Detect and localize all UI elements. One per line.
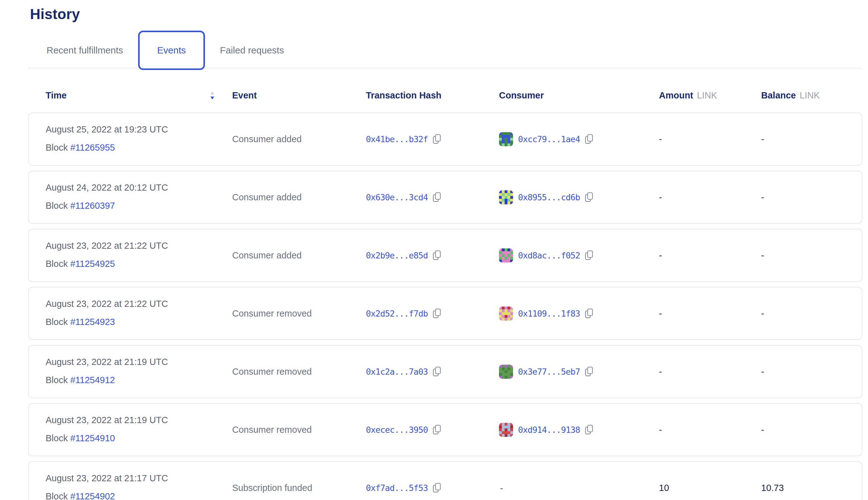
amount-value: -: [659, 366, 761, 377]
block-number-link[interactable]: #11254902: [70, 491, 115, 500]
transaction-hash-cell: 0x1c2a...7a03: [366, 366, 499, 377]
transaction-hash-cell: 0xf7ad...5f53: [366, 482, 499, 493]
event-type: Subscription funded: [232, 483, 366, 493]
block-number-link[interactable]: #11260397: [70, 201, 115, 211]
table-row: August 23, 2022 at 21:19 UTC Block #1125…: [28, 345, 863, 398]
copy-icon[interactable]: [584, 424, 594, 435]
block-label: Block: [46, 201, 68, 211]
event-date: August 23, 2022 at 21:19 UTC: [46, 414, 232, 425]
consumer-address-link[interactable]: 0x1109...1f83: [518, 309, 580, 318]
column-header-amount: Amount: [659, 90, 693, 101]
time-cell: August 25, 2022 at 19:23 UTC Block #1126…: [46, 113, 232, 165]
balance-value: -: [761, 425, 849, 435]
block-label: Block: [46, 491, 68, 500]
block-label: Block: [46, 259, 68, 269]
consumer-address-link[interactable]: 0x3e77...5eb7: [518, 367, 580, 377]
page-title: History: [30, 4, 868, 24]
event-type: Consumer added: [232, 250, 366, 261]
balance-value: 10.73: [761, 483, 849, 493]
transaction-hash-cell: 0x2b9e...e85d: [366, 250, 499, 261]
time-cell: August 23, 2022 at 21:22 UTC Block #1125…: [46, 287, 232, 339]
amount-value: -: [659, 192, 761, 203]
transaction-hash-cell: 0x41be...b32f: [366, 134, 499, 144]
copy-icon[interactable]: [432, 192, 442, 203]
balance-value: -: [761, 308, 849, 319]
event-date: August 24, 2022 at 20:12 UTC: [46, 182, 232, 193]
column-header-transaction-hash: Transaction Hash: [366, 90, 499, 101]
tab-failed-requests[interactable]: Failed requests: [217, 45, 286, 56]
consumer-address-link[interactable]: 0xcc79...1ae4: [518, 134, 580, 144]
event-date: August 23, 2022 at 21:22 UTC: [46, 298, 232, 309]
copy-icon[interactable]: [584, 250, 594, 261]
transaction-hash-cell: 0xecec...3950: [366, 424, 499, 435]
copy-icon[interactable]: [432, 134, 442, 144]
block-number-link[interactable]: #11254910: [70, 433, 115, 443]
transaction-hash-link[interactable]: 0x2d52...f7db: [366, 309, 428, 318]
block-number-link[interactable]: #11254912: [70, 375, 115, 385]
transaction-hash-link[interactable]: 0x41be...b32f: [366, 134, 428, 144]
time-cell: August 23, 2022 at 21:19 UTC Block #1125…: [46, 345, 232, 398]
table-row: August 23, 2022 at 21:17 UTC Block #1125…: [28, 461, 863, 500]
tab-bar: Recent fulfillments Events Failed reques…: [0, 27, 868, 73]
events-table: August 25, 2022 at 19:23 UTC Block #1126…: [28, 113, 863, 500]
copy-icon[interactable]: [432, 482, 442, 493]
consumer-identicon: [499, 423, 513, 437]
copy-icon[interactable]: [584, 192, 594, 203]
consumer-address-link[interactable]: 0x8955...cd6b: [518, 193, 580, 202]
consumer-cell: 0x8955...cd6b: [499, 190, 659, 204]
copy-icon[interactable]: [432, 250, 442, 261]
transaction-hash-link[interactable]: 0x2b9e...e85d: [366, 251, 428, 260]
consumer-address-link[interactable]: 0xd8ac...f052: [518, 251, 580, 260]
consumer-cell: 0x1109...1f83: [499, 307, 659, 321]
consumer-identicon: [499, 248, 513, 262]
amount-value: -: [659, 134, 761, 144]
table-row: August 23, 2022 at 21:19 UTC Block #1125…: [28, 403, 863, 456]
consumer-cell: 0xcc79...1ae4: [499, 132, 659, 146]
copy-icon[interactable]: [584, 366, 594, 377]
transaction-hash-link[interactable]: 0xecec...3950: [366, 425, 428, 435]
time-cell: August 24, 2022 at 20:12 UTC Block #1126…: [46, 171, 232, 223]
event-date: August 25, 2022 at 19:23 UTC: [46, 124, 232, 135]
tab-events[interactable]: Events: [138, 31, 205, 70]
balance-value: -: [761, 192, 849, 203]
transaction-hash-link[interactable]: 0xf7ad...5f53: [366, 483, 428, 493]
amount-unit-label: LINK: [697, 90, 717, 101]
copy-icon[interactable]: [432, 424, 442, 435]
time-cell: August 23, 2022 at 21:22 UTC Block #1125…: [46, 229, 232, 281]
block-label: Block: [46, 143, 68, 152]
time-cell: August 23, 2022 at 21:19 UTC Block #1125…: [46, 404, 232, 456]
sort-descending-icon[interactable]: [210, 91, 215, 100]
column-header-consumer: Consumer: [499, 90, 659, 101]
transaction-hash-link[interactable]: 0x1c2a...7a03: [366, 367, 428, 377]
consumer-cell: 0xd914...9138: [499, 423, 659, 437]
copy-icon[interactable]: [584, 308, 594, 319]
transaction-hash-link[interactable]: 0x630e...3cd4: [366, 193, 428, 202]
block-number-link[interactable]: #11254923: [70, 317, 115, 327]
consumer-identicon: [499, 307, 513, 321]
balance-value: -: [761, 366, 849, 377]
consumer-cell: 0x3e77...5eb7: [499, 365, 659, 379]
consumer-address-link[interactable]: 0xd914...9138: [518, 425, 580, 435]
block-label: Block: [46, 375, 68, 385]
column-header-time[interactable]: Time: [46, 90, 67, 101]
amount-value: -: [659, 250, 761, 261]
table-row: August 23, 2022 at 21:22 UTC Block #1125…: [28, 229, 863, 282]
amount-value: -: [659, 425, 761, 435]
copy-icon[interactable]: [432, 308, 442, 319]
event-type: Consumer added: [232, 134, 366, 144]
transaction-hash-cell: 0x2d52...f7db: [366, 308, 499, 319]
column-header-event: Event: [232, 90, 366, 101]
block-label: Block: [46, 433, 68, 443]
consumer-address-link: -: [499, 483, 504, 493]
block-number-link[interactable]: #11265955: [70, 143, 115, 152]
table-row: August 23, 2022 at 21:22 UTC Block #1125…: [28, 287, 863, 340]
copy-icon[interactable]: [432, 366, 442, 377]
event-date: August 23, 2022 at 21:17 UTC: [46, 473, 232, 484]
event-date: August 23, 2022 at 21:22 UTC: [46, 240, 232, 251]
transaction-hash-cell: 0x630e...3cd4: [366, 192, 499, 203]
block-number-link[interactable]: #11254925: [70, 259, 115, 269]
block-label: Block: [46, 317, 68, 327]
tab-recent-fulfillments[interactable]: Recent fulfillments: [44, 45, 126, 56]
copy-icon[interactable]: [584, 134, 594, 144]
event-type: Consumer removed: [232, 308, 366, 319]
